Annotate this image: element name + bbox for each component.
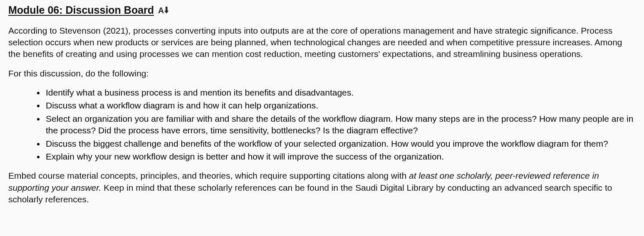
instructions-lead: For this discussion, do the following: bbox=[8, 68, 636, 79]
closing-paragraph: Embed course material concepts, principl… bbox=[8, 170, 636, 205]
intro-paragraph: According to Stevenson (2021), processes… bbox=[8, 25, 636, 60]
page-title: Module 06: Discussion Board bbox=[8, 3, 154, 17]
svg-text:A: A bbox=[158, 6, 164, 15]
instructions-list: Identify what a business process is and … bbox=[37, 87, 636, 162]
heading-row: Module 06: Discussion Board A bbox=[8, 3, 636, 17]
list-item: Discuss what a workflow diagram is and h… bbox=[45, 100, 636, 111]
list-item: Discuss the biggest challenge and benefi… bbox=[45, 138, 636, 150]
list-item: Explain why your new workflow design is … bbox=[45, 151, 636, 162]
font-size-down-icon[interactable]: A bbox=[158, 5, 171, 15]
list-item: Identify what a business process is and … bbox=[45, 87, 636, 98]
list-item: Select an organization you are familiar … bbox=[45, 113, 636, 137]
closing-pre: Embed course material concepts, principl… bbox=[8, 171, 409, 180]
